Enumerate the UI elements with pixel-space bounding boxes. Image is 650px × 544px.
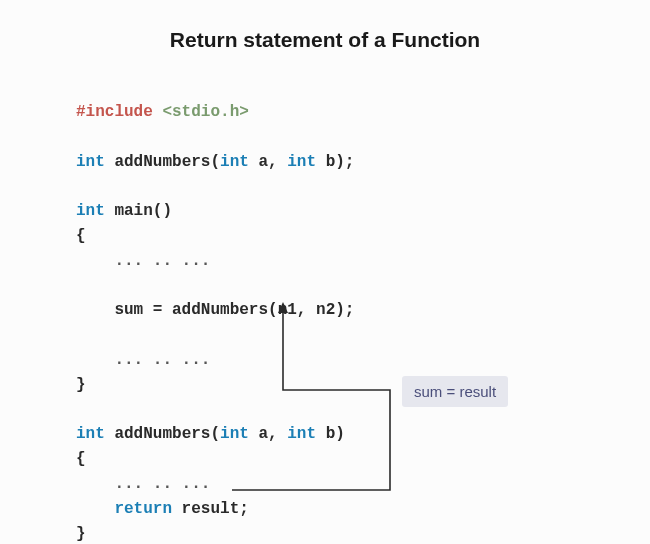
code-block: #include <stdio.h> int addNumbers(int a,… — [76, 100, 354, 544]
type-int: int — [76, 202, 105, 220]
param: b) — [316, 425, 345, 443]
type-int: int — [287, 425, 316, 443]
type-int: int — [220, 425, 249, 443]
call-stmt: sum = addNumbers(n1, n2); — [76, 301, 354, 319]
param: b); — [316, 153, 354, 171]
type-int: int — [76, 153, 105, 171]
annotation-label: sum = result — [402, 376, 508, 407]
type-int: int — [287, 153, 316, 171]
directive: #include — [76, 103, 153, 121]
main-fn: main() — [105, 202, 172, 220]
ellipsis: ... .. ... — [76, 475, 210, 493]
fn-def: addNumbers( — [105, 425, 220, 443]
return-kw: return — [76, 500, 172, 518]
brace: } — [76, 525, 86, 543]
type-int: int — [76, 425, 105, 443]
param: a, — [249, 153, 287, 171]
param: a, — [249, 425, 287, 443]
type-int: int — [220, 153, 249, 171]
brace: { — [76, 450, 86, 468]
include-header: <stdio.h> — [153, 103, 249, 121]
ellipsis: ... .. ... — [76, 252, 210, 270]
brace: { — [76, 227, 86, 245]
fn-decl: addNumbers( — [105, 153, 220, 171]
brace: } — [76, 376, 86, 394]
return-val: result; — [172, 500, 249, 518]
page-title: Return statement of a Function — [0, 0, 650, 60]
ellipsis: ... .. ... — [76, 351, 210, 369]
